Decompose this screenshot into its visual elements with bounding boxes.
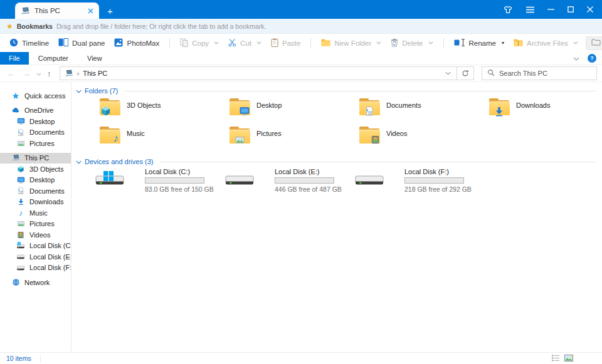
copy-icon <box>180 38 188 48</box>
toolbar-search-input[interactable]: Search Current Directory <box>586 36 602 50</box>
address-dropdown-icon[interactable] <box>440 67 457 80</box>
delete-button[interactable]: Delete <box>389 38 435 48</box>
close-button[interactable] <box>587 6 593 13</box>
folder-tile-videos[interactable]: Videos <box>359 125 489 153</box>
toolbar-separator <box>443 38 444 48</box>
folder-tile-pictures[interactable]: Pictures <box>230 125 359 153</box>
folders-section-header[interactable]: Folders (7) <box>76 86 596 95</box>
drive-free-space: 446 GB free of 487 GB <box>275 185 342 193</box>
sidebar-item-videos[interactable]: Videos <box>0 229 71 241</box>
sidebar-item-desktop-pc[interactable]: Desktop <box>0 175 71 186</box>
maximize-button[interactable] <box>568 6 574 13</box>
drive-icon <box>355 170 384 189</box>
help-button[interactable]: ? <box>588 54 596 63</box>
skin-icon[interactable] <box>503 5 513 14</box>
tab-this-pc[interactable]: This PC <box>15 3 99 19</box>
drive-tile-e[interactable]: Local Disk (E:) 446 GB free of 487 GB <box>225 168 355 197</box>
cut-dropdown-icon[interactable] <box>256 41 261 44</box>
details-view-icon[interactable] <box>552 355 559 363</box>
new-folder-button[interactable]: New Folder <box>319 39 383 48</box>
drive-tile-c[interactable]: Local Disk (C:) 83.0 GB free of 150 GB <box>95 168 225 197</box>
rename-icon <box>454 39 465 48</box>
menu-view[interactable]: View <box>78 52 112 65</box>
forward-button[interactable]: → <box>21 70 33 78</box>
delete-icon <box>391 38 398 48</box>
sidebar-item-desktop[interactable]: Desktop <box>0 116 71 127</box>
sidebar-item-onedrive[interactable]: OneDrive <box>0 105 71 117</box>
folders-grid: 3D Objects Desktop Documents Downloads <box>71 97 602 153</box>
drives-header-label: Devices and drives (3) <box>85 158 153 165</box>
address-bar[interactable]: › This PC <box>60 66 475 80</box>
bookmarks-bar[interactable]: ★ Bookmarks Drag and drop file / folder … <box>0 19 602 34</box>
copy-dropdown-icon[interactable] <box>214 41 219 44</box>
sidebar-item-network[interactable]: Network <box>0 277 71 288</box>
sidebar-item-local-disk-f[interactable]: Local Disk (F:) <box>0 263 71 274</box>
sidebar-item-downloads[interactable]: Downloads <box>0 197 71 208</box>
sidebar-item-3d-objects[interactable]: 3D Objects <box>0 164 71 175</box>
drive-name: Local Disk (F:) <box>404 168 472 175</box>
history-dropdown-icon[interactable] <box>36 70 41 77</box>
thumbnail-view-icon[interactable] <box>564 355 573 363</box>
refresh-button[interactable] <box>457 67 473 80</box>
sidebar-item-this-pc[interactable]: This PC <box>0 153 71 164</box>
sidebar-item-documents[interactable]: Documents <box>0 127 71 138</box>
dual-pane-button[interactable]: Dual pane <box>56 38 107 48</box>
items-count: 10 items <box>6 355 31 362</box>
sidebar-item-quick-access[interactable]: Quick access <box>0 90 71 101</box>
photomax-button[interactable]: PhotoMax <box>112 38 161 48</box>
folder-tile-music[interactable]: ♪ Music <box>100 125 230 153</box>
monitor-icon <box>16 176 25 184</box>
new-folder-dropdown-icon[interactable] <box>376 41 381 44</box>
drive-tile-f[interactable]: Local Disk (F:) 218 GB free of 292 GB <box>355 168 485 197</box>
main-toolbar: Timeline Dual pane PhotoMax Copy <box>0 34 602 52</box>
archive-files-button[interactable]: Archive Files <box>512 39 580 48</box>
computer-icon <box>65 70 73 77</box>
file-list-area[interactable]: Folders (7) 3D Objects Desktop <box>71 82 602 352</box>
folder-tile-documents[interactable]: Documents <box>359 97 489 125</box>
menu-computer[interactable]: Computer <box>29 52 78 65</box>
paste-button[interactable]: Paste <box>269 38 302 48</box>
cut-icon <box>228 38 236 48</box>
sidebar-item-music[interactable]: ♪Music <box>0 207 71 219</box>
drive-icon <box>225 170 254 189</box>
collapse-chevron-icon[interactable] <box>76 158 82 165</box>
archive-dropdown-icon[interactable] <box>573 41 578 44</box>
tab-title: This PC <box>34 7 60 14</box>
collapse-chevron-icon[interactable] <box>76 87 82 95</box>
folder-icon <box>489 98 510 115</box>
folder-tile-desktop[interactable]: Desktop <box>230 97 359 125</box>
star-icon <box>11 92 20 100</box>
file-explorer-window: This PC + <box>0 0 602 364</box>
sidebar-item-documents-pc[interactable]: Documents <box>0 185 71 197</box>
picture-icon <box>16 140 25 147</box>
breadcrumb-location[interactable]: This PC <box>83 70 107 77</box>
sidebar-item-local-disk-e[interactable]: Local Disk (E:) <box>0 251 71 263</box>
folder-tile-downloads[interactable]: Downloads <box>489 97 602 125</box>
rename-button[interactable]: Rename ▾ <box>452 39 506 48</box>
timeline-button[interactable]: Timeline <box>8 38 51 48</box>
sidebar-item-pictures-pc[interactable]: Pictures <box>0 219 71 230</box>
sidebar-item-local-disk-c[interactable]: Local Disk (C:) <box>0 241 71 252</box>
section-divider <box>125 91 596 91</box>
minimize-button[interactable] <box>547 6 554 13</box>
new-tab-button[interactable]: + <box>107 6 113 16</box>
globe-icon <box>11 278 20 286</box>
folder-tile-3d-objects[interactable]: 3D Objects <box>100 97 230 125</box>
back-button[interactable]: ← <box>5 70 17 78</box>
menu-file[interactable]: File <box>0 52 29 65</box>
ribbon-collapse-icon[interactable] <box>573 55 579 62</box>
up-button[interactable]: ↑ <box>45 70 53 78</box>
music-note-icon: ♪ <box>16 209 25 217</box>
menu-icon[interactable] <box>526 6 534 13</box>
drive-icon <box>16 264 25 272</box>
copy-button[interactable]: Copy <box>178 38 221 48</box>
rename-dropdown-icon[interactable]: ▾ <box>502 40 504 46</box>
drives-section-header[interactable]: Devices and drives (3) <box>76 157 596 166</box>
bookmarks-label: Bookmarks <box>17 23 53 30</box>
cut-button[interactable]: Cut <box>226 38 263 48</box>
search-this-pc-input[interactable]: Search This PC <box>482 66 597 80</box>
delete-dropdown-icon[interactable] <box>428 41 433 44</box>
tab-close-icon[interactable] <box>88 8 93 14</box>
sidebar-item-pictures[interactable]: Pictures <box>0 138 71 149</box>
toolbar-separator <box>310 38 311 48</box>
